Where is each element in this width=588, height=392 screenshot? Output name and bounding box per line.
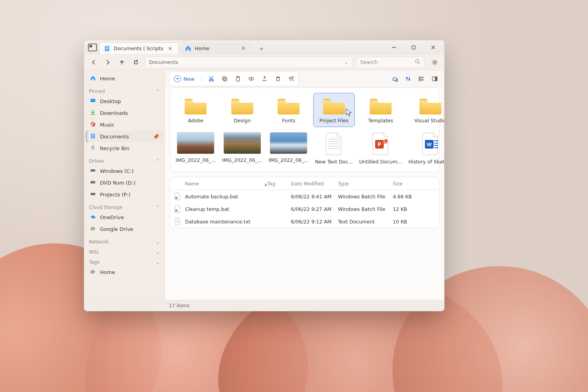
tab-close-icon[interactable]: ✕ <box>166 46 174 51</box>
pin-icon[interactable]: 📌 <box>153 134 159 140</box>
google-drive-icon <box>90 225 96 233</box>
new-tab-button[interactable]: ＋ <box>256 43 267 54</box>
image-tile[interactable]: IMG_2022_06_... <box>267 129 310 168</box>
svg-rect-1 <box>89 45 92 48</box>
sidebar-section-wsl[interactable]: WSL ⌄ <box>89 249 160 255</box>
folder-tile[interactable]: Adobe <box>174 93 218 127</box>
sidebar-item-label: OneDrive <box>100 214 124 220</box>
compact-overlay-icon[interactable] <box>87 42 98 53</box>
folder-tile[interactable]: Design <box>221 93 264 127</box>
text-file-tile[interactable]: New Text Doc... <box>314 129 355 168</box>
sidebar-item-desktop[interactable]: Desktop 📌 <box>86 95 163 107</box>
sidebar-item-projects-p[interactable]: Projects (P:) <box>86 189 163 200</box>
word-tile[interactable]: W History of Skate... <box>407 129 444 168</box>
powerpoint-tile[interactable]: P Untitled Docum... <box>358 129 404 168</box>
sidebar-item-recycle-bin[interactable]: Recycle Bin <box>86 142 163 154</box>
svg-rect-12 <box>91 101 95 102</box>
share-icon[interactable] <box>259 73 270 84</box>
sidebar-tag-home[interactable]: Home <box>86 266 163 278</box>
header-tag[interactable]: Tag <box>267 181 291 187</box>
header-size[interactable]: Size <box>393 181 432 187</box>
cell-modified: 6/06/22 9:12 AM <box>291 219 338 225</box>
sidebar-item-label: Home <box>100 269 115 275</box>
action-right <box>389 73 440 84</box>
tab-home[interactable]: Home ✕ <box>181 42 251 54</box>
close-button[interactable] <box>425 42 442 53</box>
minimize-button[interactable] <box>385 42 403 53</box>
sidebar-item-windows-c[interactable]: Windows (C:) <box>86 165 163 177</box>
tile-label: Visual Studio <box>414 118 444 123</box>
sidebar-section-drives[interactable]: Drives ⌃ <box>89 158 160 164</box>
sidebar-item-label: Recycle Bin <box>100 145 129 151</box>
tile-label: Adobe <box>188 118 204 123</box>
sidebar-item-documents[interactable]: Documents 📌 <box>86 131 163 142</box>
tab-documents-scripts[interactable]: Documents | Scripts ✕ <box>99 42 178 54</box>
header-type[interactable]: Type <box>338 181 393 187</box>
image-tile[interactable]: IMG_2022_06_... <box>174 129 218 168</box>
sidebar-item-music[interactable]: Music 📌 <box>86 119 163 131</box>
search-input[interactable]: Search <box>356 56 425 68</box>
back-button[interactable] <box>88 57 99 68</box>
cell-name: Cleanup temp.bat <box>185 206 267 212</box>
header-name[interactable]: Name <box>185 181 199 187</box>
sidebar-item-onedrive[interactable]: OneDrive <box>86 211 163 223</box>
forward-button[interactable] <box>102 57 113 68</box>
svg-rect-17 <box>92 136 94 136</box>
properties-icon[interactable] <box>286 73 297 84</box>
tile-label: Design <box>234 118 250 123</box>
svg-point-26 <box>91 270 93 271</box>
list-item[interactable]: Cleanup temp.bat 6/06/22 9:27 AM Windows… <box>170 203 439 215</box>
tile-label: New Text Doc... <box>315 159 353 165</box>
titlebar: Documents | Scripts ✕ Home ✕ ＋ <box>84 40 444 54</box>
folder-tile-selected[interactable]: Project Files <box>314 93 355 127</box>
image-tile[interactable]: IMG_2022_06_... <box>221 129 264 168</box>
tag-icon <box>90 269 96 276</box>
sidebar-item-dvd-rom[interactable]: DVD Rom (D:) <box>86 177 163 189</box>
sidebar-item-downloads[interactable]: Downloads 📌 <box>86 107 163 119</box>
folder-icon <box>418 96 443 114</box>
section-title: Pinned <box>89 89 105 94</box>
layout-icon[interactable] <box>416 73 427 84</box>
folder-icon <box>368 96 393 114</box>
refresh-button[interactable] <box>131 57 142 68</box>
preview-pane-icon[interactable] <box>429 73 440 84</box>
sort-icon[interactable] <box>403 73 414 84</box>
documents-icon <box>90 133 96 140</box>
tab-close-icon[interactable]: ✕ <box>240 45 247 51</box>
search-icon <box>415 59 420 65</box>
cell-modified: 6/06/22 9:41 AM <box>291 194 338 200</box>
bat-file-icon <box>174 192 181 200</box>
image-thumb <box>223 132 261 154</box>
chevron-down-icon[interactable]: ⌄ <box>344 59 348 65</box>
sidebar-item-label: Documents <box>100 134 129 140</box>
list-item[interactable]: Automate backup.bat 6/06/22 9:41 AM Wind… <box>170 190 439 203</box>
folder-tile[interactable]: Templates <box>358 93 404 127</box>
cloud-status-icon[interactable] <box>389 73 400 84</box>
tile-label: IMG_2022_06_... <box>222 157 263 163</box>
sidebar-section-network[interactable]: Network ⌄ <box>89 239 160 245</box>
svg-rect-38 <box>419 79 421 81</box>
folder-tile[interactable]: Fonts <box>267 93 310 127</box>
folder-tile[interactable]: Visual Studio <box>407 93 444 127</box>
sidebar-section-pinned[interactable]: Pinned ⌃ <box>89 88 160 94</box>
tile-label: History of Skate... <box>408 159 444 165</box>
home-icon <box>185 45 192 52</box>
settings-icon[interactable] <box>429 57 440 68</box>
maximize-button[interactable] <box>405 42 422 53</box>
delete-icon[interactable] <box>272 73 283 84</box>
up-button[interactable] <box>116 57 127 68</box>
tile-label: Fonts <box>282 118 296 123</box>
chevron-up-icon: ⌃ <box>155 158 160 164</box>
sidebar-item-google-drive[interactable]: Google Drive <box>86 223 163 235</box>
new-button[interactable]: + New <box>171 74 198 84</box>
header-modified[interactable]: Date Modified <box>291 181 338 187</box>
rename-icon[interactable] <box>246 73 257 84</box>
sidebar-section-tags[interactable]: Tags ⌄ <box>89 259 160 265</box>
cut-icon[interactable] <box>206 73 217 84</box>
copy-icon[interactable] <box>219 73 230 84</box>
sidebar-section-cloud[interactable]: Cloud Storage ⌃ <box>89 204 160 211</box>
sidebar-home[interactable]: Home <box>86 73 163 84</box>
paste-icon[interactable] <box>232 73 243 84</box>
list-item[interactable]: Database maintenance.txt 6/06/22 9:12 AM… <box>170 215 439 228</box>
address-bar[interactable]: Documents ⌄ <box>145 56 353 68</box>
